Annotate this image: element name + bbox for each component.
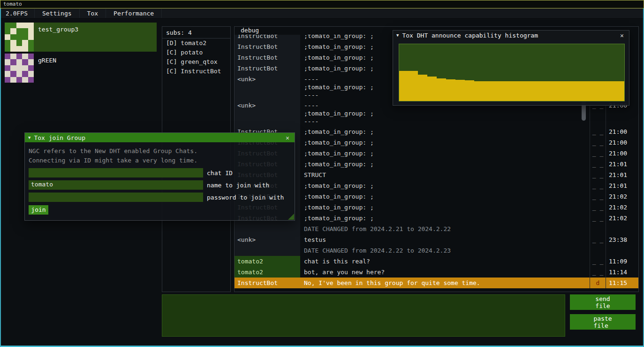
histogram-bar [540,81,549,101]
menu-items: SettingsToxPerformance [34,8,162,18]
menu-bar: 2.0FPS SettingsToxPerformance [1,8,643,19]
resize-grip[interactable] [288,214,294,220]
window-title: tomato [0,0,644,8]
message-author: InstructBot [235,52,300,63]
histogram-bar [399,71,409,101]
dialog-field-label: password to join with [207,194,284,201]
send-file-button[interactable]: send file [570,294,636,310]
message-flags: _ _ [590,267,606,278]
histogram-bar [446,79,455,101]
message-time: 23:38 [606,234,638,245]
histogram-bar [587,81,596,101]
message-flags: _ _ [590,213,606,224]
menu-item-tox[interactable]: Tox [79,9,106,18]
dht-histogram-titlebar[interactable]: ▼ Tox DHT announce capability histogram … [393,31,629,40]
message-time: 21:01 [606,170,638,180]
dialog-info-line: NGC refers to the New DHT enabled Group … [29,147,291,156]
message-time: 11:15 [606,278,638,288]
histogram-bar [530,81,540,101]
message-row: InstructBot;tomato_in_group: ;_ _21:01 [235,180,638,191]
message-row: InstructBot;tomato_in_group: ;_ _21:02 [235,213,638,224]
dialog-info-line: Connecting via ID might take a very long… [29,156,291,165]
collapse-arrow-icon[interactable]: ▼ [28,135,30,140]
message-text: ;tomato_in_group: ; [300,180,590,191]
message-flags: _ _ [590,137,606,148]
message-author: <unk> [235,234,300,245]
message-flags: _ _ [590,180,606,191]
message-text: STRUCT [300,170,590,180]
close-icon[interactable]: ✕ [618,32,626,39]
message-author: <unk> [235,74,300,100]
message-time: 21:01 [606,180,638,191]
histogram-bar [568,81,577,101]
join-group-titlebar[interactable]: ▼ Tox join Group ✕ [25,133,295,142]
dialog-field-row: tomatoname to join with [29,180,291,190]
histogram-bar [427,77,437,101]
message-flags: d [590,278,606,288]
message-text: testus [300,234,590,245]
menu-item-performance[interactable]: Performance [106,9,162,18]
group-name: test_group3 [34,23,78,52]
message-author [235,245,300,256]
histogram-bar [455,80,465,101]
histogram-bar [474,81,484,101]
message-row: tomato2bot, are you new here?_ _11:14 [235,267,638,278]
member-item[interactable]: [C] InstructBot [162,67,230,76]
histogram-bar [409,71,418,101]
message-time: 11:09 [606,256,638,267]
group-name: gREEN [34,54,56,83]
member-item[interactable]: [C] potato [162,48,230,57]
message-time: 21:02 [606,213,638,224]
group-item-test_group3[interactable]: test_group3 [5,23,157,52]
message-row: InstructBot;tomato_in_group: ;_ _21:00 [235,148,638,159]
histogram-plot [399,44,625,101]
message-row: DATE CHANGED from 2024.2.21 to 2024.2.22 [235,224,638,234]
member-item[interactable]: [C] green_qtox [162,57,230,67]
histogram-bar [577,81,587,101]
chat-id-input[interactable] [29,168,203,177]
message-row: InstructBot;tomato_in_group: ;_ _21:00 [235,126,638,137]
paste-file-button[interactable]: paste file [570,314,636,330]
message-flags: _ _ [590,148,606,159]
message-text: bot, are you new here? [300,267,590,278]
group-avatar [5,23,34,52]
dialog-field-label: chat ID [207,170,233,177]
join-group-body: NGC refers to the New DHT enabled Group … [25,142,295,215]
message-text: ;tomato_in_group: ; [300,137,590,148]
join-button[interactable]: join [29,205,48,215]
message-time [606,245,638,256]
dialog-field-label: name to join with [207,182,269,189]
app-window: tomato 2.0FPS SettingsToxPerformance tes… [0,0,644,347]
histogram-bar [615,81,624,101]
dialog-field-row: chat ID [29,168,291,177]
histogram-bar [549,81,559,101]
menu-item-settings[interactable]: Settings [34,9,79,18]
group-item-gREEN[interactable]: gREEN [5,54,157,83]
histogram-bar [559,81,568,101]
dht-histogram-window: ▼ Tox DHT announce capability histogram … [393,30,629,106]
message-row: <unk>testus_ _23:38 [235,234,638,245]
join-name-input[interactable]: tomato [29,180,203,190]
histogram-bar [484,81,493,101]
message-text: ;tomato_in_group: ; [300,213,590,224]
message-flags [590,245,606,256]
message-input[interactable] [162,294,565,337]
message-flags: _ _ [590,202,606,213]
histogram-bar [465,80,474,101]
collapse-arrow-icon[interactable]: ▼ [396,33,399,38]
message-author: tomato2 [235,267,300,278]
member-list: [D] tomato2[C] potato[C] green_qtox[C] I… [162,39,230,76]
histogram-bar [606,81,615,101]
join-group-dialog: ▼ Tox join Group ✕ NGC refers to the New… [24,132,295,221]
message-text: No, I've been in this group for quite so… [300,278,590,288]
message-time: 21:01 [606,159,638,170]
close-icon[interactable]: ✕ [284,134,291,141]
histogram-bar [437,78,446,101]
message-author: InstructBot [235,41,300,52]
join-password-input[interactable] [29,193,203,202]
message-flags: _ _ [590,170,606,180]
message-time: 21:02 [606,191,638,202]
message-time: 21:00 [606,137,638,148]
message-author [235,224,300,234]
member-item[interactable]: [D] tomato2 [162,39,230,48]
